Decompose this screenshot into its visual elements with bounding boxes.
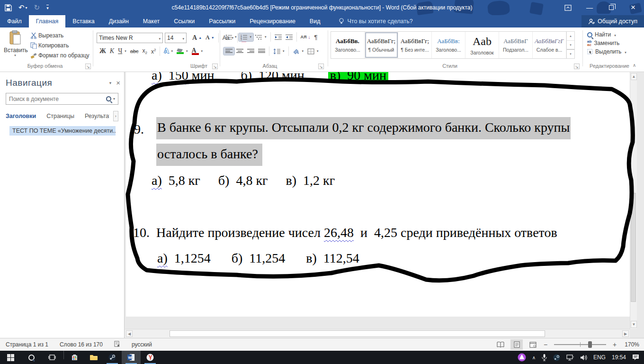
tab-design[interactable]: Дизайн: [102, 15, 136, 27]
nav-tabs-overflow-button[interactable]: ›: [113, 111, 118, 121]
italic-button[interactable]: К: [108, 46, 116, 56]
align-center-button[interactable]: [234, 47, 245, 55]
styles-dialog-launcher[interactable]: ↘: [574, 64, 580, 69]
nav-heading-item[interactable]: ТЕСТ ПО ТЕМЕ «Умножение десяти...: [9, 126, 116, 136]
minimize-button[interactable]: —: [579, 0, 600, 15]
close-button[interactable]: ×: [622, 0, 644, 15]
taskbar-word-button[interactable]: W: [122, 351, 141, 364]
taskbar-store-button[interactable]: [65, 351, 84, 364]
find-button[interactable]: Найти: [587, 31, 626, 38]
tab-insert[interactable]: Вставка: [65, 15, 101, 27]
tell-me-box[interactable]: Что вы хотите сделать?: [339, 15, 412, 27]
copy-button[interactable]: Копировать: [28, 41, 91, 50]
proofing-errors-icon[interactable]: [108, 341, 126, 348]
zoom-in-button[interactable]: +: [612, 341, 617, 348]
page-count[interactable]: Страница 1 из 1: [0, 341, 54, 348]
nav-tab-pages[interactable]: Страницы: [46, 113, 74, 119]
read-mode-button[interactable]: [494, 339, 507, 350]
bullets-button[interactable]: [224, 33, 239, 41]
document-area[interactable]: а) 150 минб) 120 минв) 90 мин 9. В банке…: [125, 72, 637, 338]
styles-gallery-more-button[interactable]: ▼: [567, 49, 574, 58]
clipboard-dialog-launcher[interactable]: ↘: [85, 64, 91, 69]
tab-review[interactable]: Рецензирование: [242, 15, 303, 27]
start-button[interactable]: [0, 351, 21, 364]
vertical-scrollbar[interactable]: ▲ ▼: [630, 72, 637, 329]
scroll-left-button[interactable]: ◀: [126, 330, 133, 337]
zoom-slider-thumb[interactable]: [588, 341, 592, 348]
decrease-indent-button[interactable]: [273, 33, 284, 41]
cut-button[interactable]: Вырезать: [28, 31, 91, 40]
strikethrough-button[interactable]: abc: [128, 47, 141, 55]
increase-indent-button[interactable]: [284, 33, 295, 41]
tab-file[interactable]: Файл: [0, 15, 29, 27]
sort-button[interactable]: АЯ↓: [299, 34, 313, 41]
shading-button[interactable]: [291, 47, 306, 55]
zoom-slider[interactable]: [554, 344, 606, 345]
numbering-button[interactable]: 123: [239, 33, 254, 41]
zoom-percentage[interactable]: 170%: [621, 341, 639, 348]
nav-close-button[interactable]: ×: [116, 79, 120, 87]
text-effects-button[interactable]: А: [162, 46, 175, 56]
select-button[interactable]: Выделить: [587, 48, 626, 55]
vertical-scroll-thumb[interactable]: [631, 193, 636, 302]
shrink-font-button[interactable]: А▼: [204, 33, 216, 42]
grow-font-button[interactable]: А▲: [190, 33, 204, 43]
superscript-button[interactable]: x2: [149, 47, 158, 56]
share-button[interactable]: Общий доступ: [581, 15, 644, 27]
show-marks-button[interactable]: ¶: [313, 33, 320, 42]
language-indicator[interactable]: русский: [126, 341, 158, 348]
network-icon[interactable]: [566, 355, 574, 361]
paste-button[interactable]: Вставить ▾: [4, 30, 27, 62]
font-dialog-launcher[interactable]: ↘: [212, 64, 218, 69]
borders-button[interactable]: [305, 47, 321, 55]
alice-assistant-icon[interactable]: [518, 353, 526, 362]
redo-button[interactable]: ↻: [34, 3, 40, 12]
tab-view[interactable]: Вид: [303, 15, 328, 27]
style-card[interactable]: АаБбВв: Заголово...: [432, 32, 465, 58]
undo-button[interactable]: ↶▾: [18, 3, 27, 12]
taskbar-explorer-button[interactable]: [84, 351, 103, 364]
horizontal-scrollbar[interactable]: ◀ ▶: [125, 329, 630, 338]
volume-icon[interactable]: [580, 355, 587, 361]
align-left-button[interactable]: [224, 47, 234, 55]
styles-scroll-up-button[interactable]: ▲: [567, 32, 574, 41]
justify-button[interactable]: [256, 47, 267, 55]
search-options-caret[interactable]: ▾: [113, 97, 115, 101]
style-card-selected[interactable]: АаБбВвГг; ¶ Обычный: [365, 32, 398, 58]
collapse-ribbon-button[interactable]: ∧: [633, 63, 636, 68]
nav-options-dropdown[interactable]: ▾: [109, 81, 112, 85]
style-card[interactable]: Aab Заголовок: [465, 32, 499, 58]
tab-layout[interactable]: Макет: [136, 15, 167, 27]
web-layout-button[interactable]: [527, 339, 539, 350]
underline-button[interactable]: Ч: [116, 46, 128, 56]
align-right-button[interactable]: [245, 47, 256, 55]
font-color-button[interactable]: А: [190, 47, 205, 56]
nav-tab-headings[interactable]: Заголовки: [6, 113, 36, 119]
word-count[interactable]: Слово 16 из 170: [54, 341, 108, 348]
zoom-out-button[interactable]: −: [543, 341, 548, 348]
task-view-button[interactable]: [42, 351, 63, 364]
action-center-icon[interactable]: [632, 354, 639, 361]
subscript-button[interactable]: x2: [141, 46, 149, 56]
replace-button[interactable]: abac Заменить: [587, 40, 626, 46]
style-card[interactable]: АаБбВвГгГ Слабое в...: [533, 32, 566, 58]
scroll-down-button[interactable]: ▼: [631, 321, 637, 328]
restore-button[interactable]: [600, 0, 622, 15]
font-name-combo[interactable]: Times New R: [97, 33, 163, 43]
nav-tab-results[interactable]: Результаты: [85, 113, 109, 119]
taskbar-yandex-button[interactable]: [141, 351, 160, 364]
input-language-indicator[interactable]: ENG: [593, 354, 606, 361]
multilevel-list-button[interactable]: [253, 33, 268, 41]
horizontal-scroll-thumb[interactable]: [170, 330, 545, 337]
print-layout-button[interactable]: [510, 339, 523, 350]
format-painter-button[interactable]: Формат по образцу: [28, 51, 91, 60]
style-card[interactable]: АаБбВвГг; ¶ Без инте...: [398, 32, 432, 58]
scroll-right-button[interactable]: ▶: [622, 330, 629, 337]
font-size-combo[interactable]: 14: [165, 33, 187, 43]
save-button[interactable]: [5, 4, 12, 11]
paragraph-dialog-launcher[interactable]: ↘: [318, 64, 324, 69]
ribbon-display-options-button[interactable]: [557, 0, 579, 15]
styles-scroll-down-button[interactable]: ▼: [567, 41, 574, 50]
tab-references[interactable]: Ссылки: [167, 15, 202, 27]
taskbar-steam-button[interactable]: [103, 351, 122, 364]
